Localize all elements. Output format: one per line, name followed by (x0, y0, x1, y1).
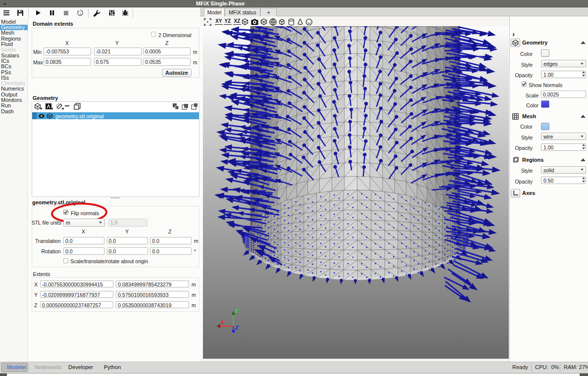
svg-text:Z: Z (235, 325, 239, 330)
svg-text:X: X (220, 320, 225, 326)
svg-text:1: 1 (79, 11, 81, 16)
